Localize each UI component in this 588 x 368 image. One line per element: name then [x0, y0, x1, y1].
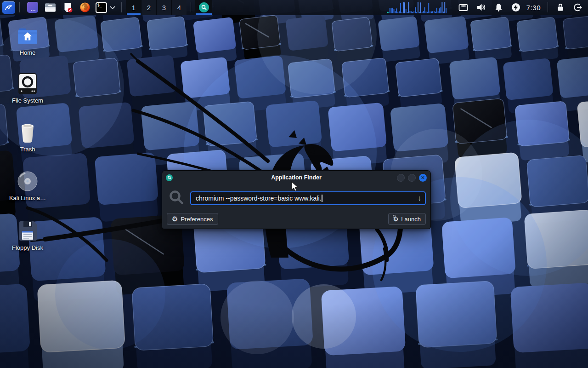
panel-separator: [19, 2, 20, 12]
gear-icon: [172, 215, 178, 223]
panel-separator: [548, 2, 548, 12]
cd-disc-icon: [17, 170, 39, 192]
minimize-button[interactable]: [397, 174, 405, 182]
kali-logo-icon: [4, 3, 13, 12]
home-folder-icon: [17, 25, 39, 47]
search-query: chromium --password-store=basic www.kali…: [196, 195, 321, 202]
top-panel: $_ 1 2 3 4: [0, 0, 588, 15]
kali-menu-button[interactable]: [2, 1, 15, 14]
panel-separator: [121, 2, 122, 12]
firefox-button[interactable]: [79, 0, 90, 15]
clock[interactable]: 7:30: [526, 4, 541, 12]
app-finder-task-button[interactable]: [195, 0, 212, 15]
desktop-icon-file-system[interactable]: File System: [5, 73, 51, 104]
network-icon[interactable]: [458, 4, 468, 12]
close-button[interactable]: ✕: [419, 174, 427, 182]
desktop-icon-floppy[interactable]: Floppy Disk: [5, 220, 51, 251]
logout-icon[interactable]: [573, 3, 582, 12]
search-icon: [169, 190, 184, 207]
text-editor-button[interactable]: [62, 0, 73, 15]
text-caret: [322, 195, 322, 202]
terminal-icon: $_: [97, 3, 102, 7]
workspace-1[interactable]: 1: [126, 0, 141, 15]
document-icon: [62, 2, 73, 13]
launch-gear-icon: [393, 216, 399, 223]
notifications-bell-icon[interactable]: [494, 3, 503, 12]
firefox-icon: [79, 2, 90, 13]
terminal-button[interactable]: $_: [96, 2, 107, 13]
lock-icon[interactable]: [556, 3, 565, 12]
window-switcher-icon: [27, 2, 38, 13]
app-finder-icon: [199, 2, 209, 12]
workspace-2[interactable]: 2: [141, 0, 156, 15]
panel-separator: [191, 2, 191, 12]
mouse-cursor: [291, 181, 300, 192]
application-finder-window: Application Finder ✕ chromium --password…: [162, 170, 431, 229]
chevron-down-icon[interactable]: [110, 3, 115, 12]
preferences-button[interactable]: Preferences: [167, 213, 218, 225]
cpu-graph[interactable]: [386, 1, 448, 14]
desktop-icon-kali-cd[interactable]: Kali Linux a…: [5, 170, 51, 201]
search-input[interactable]: chromium --password-store=basic www.kali…: [190, 191, 426, 205]
maximize-button[interactable]: [408, 174, 416, 182]
workspace-4[interactable]: 4: [171, 0, 187, 15]
desktop-icon-home[interactable]: Home: [5, 25, 51, 56]
window-app-icon: [166, 174, 173, 181]
hard-drive-icon: [17, 73, 39, 95]
desktop: $_ 1 2 3 4: [0, 0, 588, 368]
file-manager-button[interactable]: [45, 0, 56, 15]
volume-icon[interactable]: [476, 3, 486, 12]
power-manager-icon[interactable]: [511, 3, 520, 12]
window-switcher-button[interactable]: [27, 0, 38, 15]
dropdown-arrow-icon[interactable]: [418, 195, 421, 202]
desktop-icon-trash[interactable]: Trash: [5, 121, 51, 153]
launch-button[interactable]: Launch: [388, 213, 426, 225]
window-title: Application Finder: [162, 174, 430, 181]
workspace-3[interactable]: 3: [156, 0, 171, 15]
folder-icon: [45, 3, 56, 12]
trash-can-icon: [17, 121, 39, 144]
floppy-disk-icon: [17, 220, 39, 242]
